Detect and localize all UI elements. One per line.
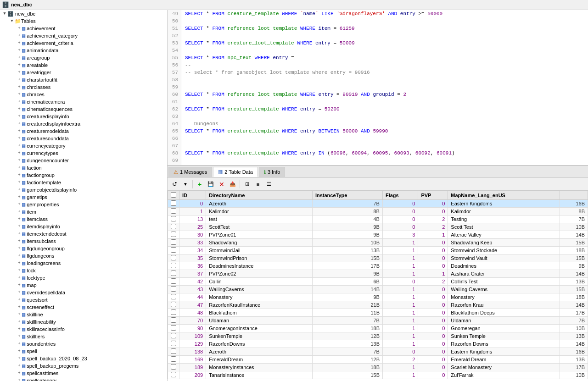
row-checkbox[interactable] — [171, 294, 176, 299]
table-row[interactable]: 169 EmeraldDream 12B 2 0 Emerald Dream 1… — [168, 356, 588, 364]
tab-info[interactable]: ℹ 3 Info — [259, 167, 286, 177]
row-checkbox[interactable] — [171, 216, 176, 221]
row-checkbox[interactable] — [171, 348, 176, 354]
table-row[interactable]: 47 RazorfenKraulInstance 21B 1 0 Razorfe… — [168, 301, 588, 309]
row-checkbox[interactable] — [171, 247, 176, 253]
table-row[interactable]: 30 PVPZone01 9B 3 1 Alterac Valley 14B — [168, 231, 588, 239]
table-row[interactable]: 189 MonasteryInstances 18B 1 0 Scarlet M… — [168, 364, 588, 371]
sidebar-item-itemdisplayinfo[interactable]: + ▦ itemdisplayinfo — [0, 223, 167, 230]
sidebar-item-gemproperties[interactable]: + ▦ gemproperties — [0, 201, 167, 208]
table-row[interactable]: 48 Blackfathom 11B 1 0 Blackfathom Deeps… — [168, 309, 588, 317]
sidebar-item-currencycategory[interactable]: + ▦ currencycategory — [0, 142, 167, 149]
sidebar-item-charstartoutfit[interactable]: + ▦ charstartoutfit — [0, 76, 167, 83]
table-row[interactable]: 1 Kalimdor 8B 0 0 Kalimdor 8B — [168, 208, 588, 215]
row-checkbox[interactable] — [171, 224, 176, 229]
table-row[interactable]: 35 StormwindPrison 15B 1 0 Stormwind Vau… — [168, 254, 588, 262]
table-row[interactable]: 43 WailingCaverns 14B 1 0 Wailing Cavern… — [168, 286, 588, 293]
sidebar-item-chrclasses[interactable]: + ▦ chrclasses — [0, 83, 167, 91]
col-header-mapname[interactable]: MapName_Lang_enUS — [448, 191, 560, 200]
sidebar-item-achievement_category[interactable]: + ▦ achievement_category — [0, 32, 167, 39]
sidebar-item-lfgdungeongroup[interactable]: + ▦ lfgdungeongroup — [0, 245, 167, 252]
sidebar-item-dungeonencounter[interactable]: + ▦ dungeonencounter — [0, 157, 167, 164]
row-checkbox[interactable] — [171, 208, 176, 214]
row-checkbox[interactable] — [171, 286, 176, 292]
table-row[interactable]: 138 Azeroth 7B 0 0 Eastern Kingdoms 16B — [168, 348, 588, 356]
sidebar-item-loadingscreens[interactable]: + ▦ loadingscreens — [0, 260, 167, 267]
row-checkbox[interactable] — [171, 232, 176, 237]
form-view-btn[interactable]: ≡ — [253, 179, 263, 189]
sidebar-root[interactable]: ▼ 🗄️ new_dbc — [0, 10, 167, 17]
sidebar-item-skillline[interactable]: + ▦ skillline — [0, 311, 167, 318]
sidebar-item-spellcasttimes[interactable]: + ▦ spellcasttimes — [0, 370, 167, 377]
table-container[interactable]: ID DirectoryName InstanceType Flags PVP … — [168, 191, 588, 381]
table-row[interactable]: 25 ScottTest 9B 0 2 Scott Test 10B — [168, 223, 588, 231]
row-checkbox[interactable] — [171, 302, 176, 307]
tab-messages[interactable]: ⚠ 1 Messages — [168, 167, 212, 177]
sidebar-item-itemsubclass[interactable]: + ▦ itemsubclass — [0, 237, 167, 245]
sidebar-item-item[interactable]: + ▦ item — [0, 208, 167, 215]
col-header-flags[interactable]: Flags — [382, 191, 418, 200]
sidebar-item-spell[interactable]: + ▦ spell — [0, 348, 167, 355]
table-row[interactable]: 42 Collin 6B 0 2 Collin's Test 13B — [168, 278, 588, 286]
col-header-directoryname[interactable]: DirectoryName — [206, 191, 313, 200]
table-row[interactable]: 44 Monastery 9B 1 0 Monastery 18B — [168, 293, 588, 301]
sidebar-item-spell_backup_pregems[interactable]: + ▦ spell_backup_pregems — [0, 362, 167, 370]
row-checkbox[interactable] — [171, 364, 176, 370]
refresh-btn[interactable]: ↺ — [169, 179, 179, 189]
delete-btn[interactable]: ✕ — [217, 179, 227, 189]
sidebar-item-creaturemodeldata[interactable]: + ▦ creaturemodeldata — [0, 127, 167, 135]
sidebar-item-chraces[interactable]: + ▦ chraces — [0, 91, 167, 98]
table-row[interactable]: 36 DeadminesInstance 17B 1 0 Deadmines 9… — [168, 262, 588, 270]
sidebar-item-achievement[interactable]: + ▦ achievement — [0, 25, 167, 32]
sidebar-item-spellcategory[interactable]: + ▦ spellcategory — [0, 377, 167, 381]
sidebar-item-animationdata[interactable]: + ▦ animationdata — [0, 47, 167, 54]
table-row[interactable]: 209 TanarisInstance 15B 1 0 Zul'Farrak 1… — [168, 371, 588, 379]
export-btn[interactable]: 📤 — [228, 179, 238, 189]
table-row[interactable]: 109 SunkenTemple 12B 1 0 Sunken Temple 1… — [168, 332, 588, 340]
row-checkbox[interactable] — [171, 200, 176, 206]
table-row[interactable]: 34 StormwindJail 13B 1 0 Stormwind Stock… — [168, 247, 588, 254]
sidebar-item-creaturedisplayinfoextra[interactable]: + ▦ creaturedisplayinfoextra — [0, 120, 167, 127]
col-header-id[interactable]: ID — [179, 191, 206, 200]
sidebar-tables-group[interactable]: ▼ 📁 Tables — [0, 17, 167, 25]
sidebar-item-cinematicsequences[interactable]: + ▦ cinematicsequences — [0, 105, 167, 113]
row-checkbox[interactable] — [171, 309, 176, 315]
row-checkbox[interactable] — [171, 239, 176, 245]
grid-view-btn[interactable]: ⊞ — [242, 179, 252, 189]
text-view-btn[interactable]: ☰ — [264, 179, 274, 189]
save-btn[interactable]: 💾 — [206, 179, 216, 189]
sidebar-item-skilllineability[interactable]: + ▦ skilllineability — [0, 318, 167, 326]
row-checkbox[interactable] — [171, 255, 176, 260]
select-all-checkbox[interactable] — [171, 192, 176, 198]
sidebar-item-gametips[interactable]: + ▦ gametips — [0, 193, 167, 201]
sidebar-item-areatable[interactable]: + ▦ areatable — [0, 61, 167, 69]
table-row[interactable]: 13 test 4B 0 2 Testing 7B — [168, 215, 588, 223]
sidebar-item-soundentries[interactable]: + ▦ soundentries — [0, 340, 167, 348]
sidebar-item-cinematiccamera[interactable]: + ▦ cinematiccamera — [0, 98, 167, 105]
sidebar-item-overridespelldata[interactable]: + ▦ overridespelldata — [0, 289, 167, 296]
sidebar-item-factiontemplate[interactable]: + ▦ factiontemplate — [0, 179, 167, 186]
col-header-pvp[interactable]: PVP — [418, 191, 448, 200]
sidebar-item-map[interactable]: + ▦ map — [0, 282, 167, 289]
sidebar-item-itemclass[interactable]: + ▦ itemclass — [0, 215, 167, 223]
sidebar-item-factiongroup[interactable]: + ▦ factiongroup — [0, 171, 167, 179]
sql-editor[interactable]: 49SELECT * FROM creature_template WHERE … — [168, 10, 588, 166]
sidebar-item-creaturesounddata[interactable]: + ▦ creaturesounddata — [0, 135, 167, 142]
sidebar-item-itemextendedcost[interactable]: + ▦ itemextendedcost — [0, 230, 167, 237]
col-header-size[interactable] — [560, 191, 588, 200]
row-checkbox[interactable] — [171, 317, 176, 323]
sidebar-item-creaturedisplayinfo[interactable]: + ▦ creaturedisplayinfo — [0, 113, 167, 120]
add-row-btn[interactable]: + — [195, 179, 205, 189]
sidebar-item-skillraceclassinfo[interactable]: + ▦ skillraceclassinfo — [0, 326, 167, 333]
row-checkbox[interactable] — [171, 263, 176, 268]
sidebar-item-areagroup[interactable]: + ▦ areagroup — [0, 54, 167, 61]
sidebar-item-lock[interactable]: + ▦ lock — [0, 267, 167, 274]
row-checkbox[interactable] — [171, 341, 176, 346]
sidebar-item-lfgdungeons[interactable]: + ▦ lfgdungeons — [0, 252, 167, 260]
sidebar-item-gameobjectdisplayinfo[interactable]: + ▦ gameobjectdisplayinfo — [0, 186, 167, 193]
table-row[interactable]: 37 PVPZone02 9B 1 1 Azshara Crater 14B — [168, 270, 588, 278]
table-row[interactable]: 33 Shadowfang 10B 1 0 Shadowfang Keep 15… — [168, 239, 588, 247]
col-header-instancetype[interactable]: InstanceType — [312, 191, 382, 200]
col-header-checkbox[interactable] — [168, 191, 179, 200]
sidebar-item-areatrigger[interactable]: + ▦ areatrigger — [0, 69, 167, 76]
